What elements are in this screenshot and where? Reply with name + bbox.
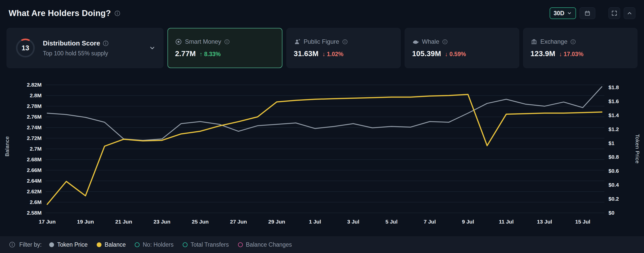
legend-item-no-holders[interactable]: No: Holders (135, 241, 173, 248)
holders-chart[interactable]: 2.82M2.8M2.78M2.76M2.74M2.72M2.7M2.68M2.… (0, 76, 644, 228)
svg-text:9 Jul: 9 Jul (462, 219, 474, 225)
x-axis-tick-labels: 17 Jun19 Jun21 Jun23 Jun25 Jun27 Jun29 J… (39, 219, 590, 225)
svg-text:$1.4: $1.4 (608, 112, 619, 118)
exchange-info-icon[interactable] (570, 39, 576, 44)
svg-text:$0.6: $0.6 (608, 168, 619, 174)
whale-label: Whale (422, 38, 439, 45)
distribution-subtitle: Top 100 hold 55% supply (43, 50, 142, 57)
filter-info-icon[interactable] (9, 242, 15, 248)
holders-dashboard: What Are Holders Doing? 30D (0, 0, 644, 253)
public-figure-icon (294, 38, 301, 45)
legend-item-token-price[interactable]: Token Price (49, 241, 88, 248)
svg-text:7 Jul: 7 Jul (424, 219, 436, 225)
smart-money-card[interactable]: Smart Money 2.77M ↑ 8.33% (167, 28, 282, 68)
svg-text:27 Jun: 27 Jun (230, 219, 247, 225)
svg-text:2.6M: 2.6M (30, 199, 42, 205)
legend-item-balance[interactable]: Balance (97, 241, 126, 248)
token-price-swatch-icon (49, 242, 54, 247)
svg-text:13 Jul: 13 Jul (537, 219, 552, 225)
balance-line[interactable] (47, 94, 602, 204)
svg-text:$1.8: $1.8 (608, 84, 619, 90)
svg-text:2.76M: 2.76M (27, 114, 42, 120)
calendar-button[interactable] (580, 7, 595, 19)
svg-text:5 Jul: 5 Jul (385, 219, 398, 225)
left-axis-tick-labels: 2.82M2.8M2.78M2.76M2.74M2.72M2.7M2.68M2.… (27, 82, 42, 216)
svg-text:21 Jun: 21 Jun (115, 219, 132, 225)
legend-label: Balance (105, 241, 126, 248)
exchange-card[interactable]: Exchange 123.9M ↓ 17.03% (523, 28, 638, 68)
smart-money-icon (175, 38, 182, 45)
balance-changes-swatch-icon (238, 242, 243, 247)
exchange-icon (531, 38, 537, 45)
fullscreen-icon (611, 10, 617, 16)
svg-text:$0.2: $0.2 (608, 196, 619, 202)
svg-text:2.58M: 2.58M (27, 210, 42, 216)
header: What Are Holders Doing? 30D (0, 0, 644, 26)
svg-text:2.66M: 2.66M (27, 167, 42, 173)
exchange-label: Exchange (540, 38, 568, 45)
public-figure-info-icon[interactable] (342, 39, 348, 44)
distribution-score-card[interactable]: 13 Distribution Score Top 100 hold 55% s… (7, 28, 163, 68)
exchange-value: 123.9M (531, 50, 555, 58)
svg-text:2.64M: 2.64M (27, 178, 42, 184)
whale-info-icon[interactable] (442, 39, 448, 44)
no-holders-swatch-icon (135, 242, 140, 247)
filter-label: Filter by: (19, 241, 42, 248)
header-title-group: What Are Holders Doing? (9, 8, 120, 18)
chevron-down-icon[interactable] (149, 45, 156, 51)
distribution-info-icon[interactable] (103, 40, 109, 46)
whale-card[interactable]: Whale 105.39M ↓ 0.59% (405, 28, 519, 68)
svg-text:15 Jul: 15 Jul (575, 219, 590, 225)
chevron-up-icon (626, 10, 633, 16)
legend-label: No: Holders (143, 241, 173, 248)
svg-text:23 Jun: 23 Jun (154, 219, 171, 225)
svg-text:25 Jun: 25 Jun (192, 219, 209, 225)
svg-text:2.62M: 2.62M (27, 188, 42, 194)
whale-icon (412, 38, 419, 45)
title-info-icon[interactable] (114, 10, 120, 16)
svg-text:$0: $0 (608, 210, 614, 216)
legend: Token PriceBalanceNo: HoldersTotal Trans… (49, 241, 292, 248)
svg-text:2.68M: 2.68M (27, 156, 42, 162)
right-axis-tick-labels: $1.8$1.6$1.4$1.2$1$0.8$0.6$0.4$0.2$0 (608, 84, 619, 216)
stat-cards-row: 13 Distribution Score Top 100 hold 55% s… (7, 28, 637, 68)
chart-canvas[interactable]: 2.82M2.8M2.78M2.76M2.74M2.72M2.7M2.68M2.… (0, 76, 644, 228)
gridlines (46, 85, 604, 213)
svg-text:11 Jul: 11 Jul (499, 219, 514, 225)
right-axis-title: Token Price (634, 134, 640, 164)
svg-text:$0.8: $0.8 (608, 154, 619, 160)
public-figure-card[interactable]: Public Figure 31.63M ↓ 1.02% (286, 28, 401, 68)
legend-item-balance-changes[interactable]: Balance Changes (238, 241, 292, 248)
total-transfers-swatch-icon (183, 242, 188, 247)
public-figure-change: ↓ 1.02% (322, 51, 343, 58)
distribution-score-text: Distribution Score Top 100 hold 55% supp… (43, 39, 142, 57)
distribution-score-title: Distribution Score (43, 39, 100, 47)
chevron-down-icon (567, 11, 572, 16)
svg-text:1 Jul: 1 Jul (309, 219, 321, 225)
legend-item-total-transfers[interactable]: Total Transfers (183, 241, 229, 248)
smart-money-info-icon[interactable] (224, 39, 230, 44)
timeframe-value: 30D (554, 10, 564, 17)
smart-money-value: 2.77M (175, 50, 196, 58)
public-figure-value: 31.63M (294, 50, 319, 58)
distribution-score-gauge: 13 (14, 37, 36, 59)
calendar-icon (584, 10, 590, 16)
svg-text:$0.4: $0.4 (608, 182, 619, 188)
page-title: What Are Holders Doing? (9, 8, 111, 18)
svg-text:2.72M: 2.72M (27, 135, 42, 141)
svg-text:2.7M: 2.7M (30, 146, 42, 152)
svg-text:2.82M: 2.82M (27, 82, 42, 88)
left-axis-title: Balance (4, 136, 10, 156)
timeframe-select[interactable]: 30D (550, 7, 576, 19)
legend-label: Token Price (57, 241, 88, 248)
smart-money-change: ↑ 8.33% (200, 51, 221, 58)
whale-change: ↓ 0.59% (445, 51, 466, 58)
fullscreen-button[interactable] (608, 7, 620, 19)
legend-label: Total Transfers (191, 241, 229, 248)
svg-text:19 Jun: 19 Jun (77, 219, 94, 225)
whale-value: 105.39M (412, 50, 441, 58)
svg-text:$1.6: $1.6 (608, 98, 619, 104)
legend-label: Balance Changes (246, 241, 292, 248)
collapse-button[interactable] (624, 7, 635, 19)
svg-text:$1.2: $1.2 (608, 126, 619, 132)
